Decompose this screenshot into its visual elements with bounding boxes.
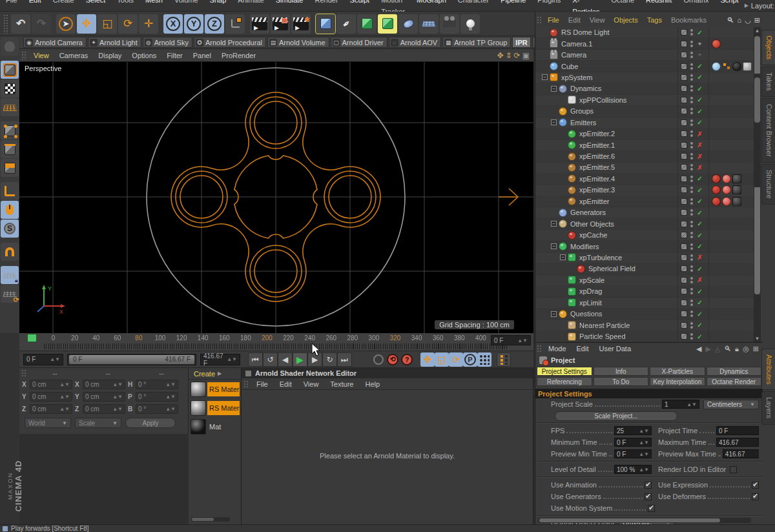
red-tag-icon[interactable] bbox=[712, 197, 721, 206]
material-item[interactable]: Mat bbox=[189, 417, 241, 436]
tree-row[interactable]: − Nearest Particle ✓ bbox=[535, 320, 754, 331]
floor-button[interactable] bbox=[419, 14, 439, 34]
create-menu[interactable]: Create bbox=[194, 370, 215, 378]
layer-chip[interactable] bbox=[681, 176, 687, 182]
om-menu-item[interactable]: Bookmarks bbox=[666, 16, 711, 24]
collapse-icon[interactable]: − bbox=[551, 86, 557, 92]
arnold-palette-button[interactable]: ▦ Arnold TP Group bbox=[442, 37, 511, 48]
tree-row[interactable]: − xpEmitter ✓ bbox=[535, 196, 754, 207]
dark-tag-icon[interactable] bbox=[732, 185, 741, 194]
snap-settings-icon[interactable]: S bbox=[1, 220, 19, 238]
object-label[interactable]: xpScale bbox=[579, 276, 677, 284]
visibility-dots[interactable] bbox=[690, 322, 693, 329]
am-menu-item[interactable]: User Data bbox=[594, 345, 637, 353]
visibility-dots[interactable] bbox=[690, 311, 693, 317]
size-field[interactable]: 0 cm▲▼ bbox=[83, 380, 125, 389]
enable-toggle[interactable]: ✓ bbox=[696, 333, 703, 340]
enable-toggle[interactable]: ✓ bbox=[696, 63, 703, 70]
edges-mode-icon[interactable] bbox=[1, 140, 19, 158]
am-search-icon[interactable]: 🔍︎ bbox=[724, 345, 731, 353]
object-label[interactable]: Emitters bbox=[570, 119, 677, 127]
lock-y-button[interactable]: Y bbox=[184, 14, 203, 34]
attribute-side-tab[interactable]: Attributes bbox=[761, 349, 775, 390]
layer-chip[interactable] bbox=[681, 322, 687, 329]
visibility-dots[interactable] bbox=[690, 221, 693, 227]
om-home-icon[interactable]: ⌂ bbox=[738, 16, 742, 25]
layer-chip[interactable] bbox=[681, 153, 687, 159]
material-name[interactable]: Mat bbox=[207, 420, 223, 434]
use-animation-checkbox[interactable] bbox=[645, 482, 652, 489]
object-label[interactable]: xpEmitter.1 bbox=[579, 141, 677, 149]
enable-toggle[interactable]: ✓ bbox=[696, 299, 703, 306]
timeline-playhead[interactable] bbox=[27, 334, 37, 342]
tree-row[interactable]: − xpEmitter.1 ✗ bbox=[535, 139, 754, 150]
om-eye-icon[interactable]: ◡ bbox=[745, 16, 751, 25]
rotation-field[interactable]: 0 °▲▼ bbox=[136, 392, 178, 402]
tree-row[interactable]: − xpEmitter.6 ✗ bbox=[535, 151, 754, 162]
range-end-spinner[interactable]: 416.67 F▲▼ bbox=[200, 354, 240, 365]
tree-row[interactable]: − xpDrag ✓ bbox=[535, 286, 754, 297]
object-label[interactable]: Generators bbox=[570, 209, 677, 216]
use-deformers-checkbox[interactable] bbox=[752, 493, 759, 500]
maximum-time-input[interactable]: 416.67 bbox=[716, 438, 759, 447]
layer-chip[interactable] bbox=[681, 119, 687, 126]
om-menu-item[interactable]: Objects bbox=[609, 16, 642, 24]
visibility-dots[interactable] bbox=[690, 232, 693, 238]
gray-tag-icon[interactable] bbox=[743, 62, 752, 71]
coordinate-space-dropdown[interactable]: World▼ bbox=[25, 418, 71, 428]
level-of-detail-input[interactable]: 100 %▲▼ bbox=[614, 465, 652, 474]
layer-chip[interactable] bbox=[681, 254, 687, 261]
layer-chip[interactable] bbox=[681, 288, 687, 294]
apply-button[interactable]: Apply bbox=[125, 418, 176, 428]
visibility-dots[interactable] bbox=[690, 187, 693, 193]
material-name[interactable]: RS Material bbox=[207, 401, 240, 415]
om-menu-item[interactable]: File bbox=[543, 16, 564, 24]
editor-menu-item[interactable]: View bbox=[298, 380, 325, 388]
enable-toggle[interactable]: ✓ bbox=[696, 209, 703, 216]
record-parameter-button[interactable]: P bbox=[463, 353, 477, 367]
lock-x-button[interactable]: X bbox=[163, 14, 183, 34]
use-motion-system-checkbox[interactable] bbox=[648, 505, 655, 512]
visibility-dots[interactable] bbox=[690, 119, 693, 126]
tree-row[interactable]: − Spherical Field ✓ bbox=[535, 263, 754, 274]
section-header[interactable]: Project Settings bbox=[535, 389, 763, 398]
material-scrollbar[interactable] bbox=[191, 517, 230, 522]
extrude-button[interactable] bbox=[378, 14, 397, 34]
polygons-mode-icon[interactable] bbox=[1, 159, 19, 177]
arnold-palette-button[interactable]: ✪ Arnold Procedural bbox=[194, 37, 266, 48]
editor-menu-item[interactable]: File bbox=[251, 380, 274, 388]
visibility-dots[interactable] bbox=[690, 164, 693, 170]
enable-toggle[interactable]: ✓ bbox=[696, 265, 703, 272]
tree-row[interactable]: − xpPPCollisions ✓ bbox=[535, 95, 754, 106]
om-menu-item[interactable]: Tags bbox=[643, 16, 666, 24]
enable-toggle[interactable]: ✗ bbox=[696, 254, 703, 261]
layer-chip[interactable] bbox=[681, 85, 687, 92]
enable-toggle[interactable]: ✓ bbox=[696, 96, 703, 103]
editor-menu-item[interactable]: Edit bbox=[274, 380, 298, 388]
panel-side-tab[interactable]: Structure bbox=[761, 164, 775, 205]
record-scale-button[interactable]: ◱ bbox=[435, 353, 449, 367]
object-label[interactable]: xpEmitter bbox=[579, 198, 677, 205]
render-lod-checkbox[interactable] bbox=[730, 466, 737, 473]
enable-toggle[interactable]: ✓ bbox=[696, 198, 703, 205]
layer-chip[interactable] bbox=[681, 41, 687, 47]
convert-tool-icon[interactable] bbox=[1, 37, 19, 56]
attribute-tab[interactable]: Project Settings bbox=[537, 367, 592, 376]
collapse-icon[interactable]: − bbox=[560, 254, 566, 260]
keyframe-presets-button[interactable] bbox=[497, 353, 511, 367]
magnet-snap-icon[interactable] bbox=[1, 243, 19, 261]
record-rotation-button[interactable]: ⟳ bbox=[449, 353, 463, 367]
coordinate-system-icon[interactable] bbox=[225, 14, 245, 34]
model-mode-icon[interactable] bbox=[1, 61, 19, 79]
visibility-dots[interactable] bbox=[690, 300, 693, 306]
attribute-tab[interactable]: Info bbox=[594, 367, 649, 376]
collapse-icon[interactable]: − bbox=[542, 74, 548, 80]
object-label[interactable]: Dynamics bbox=[570, 85, 677, 92]
layer-chip[interactable] bbox=[681, 52, 687, 58]
layer-chip[interactable] bbox=[681, 108, 687, 114]
layer-chip[interactable] bbox=[681, 209, 687, 216]
object-label[interactable]: Groups bbox=[570, 107, 677, 115]
arnold-palette-button[interactable]: ▢ Arnold Driver bbox=[331, 37, 388, 48]
material-item[interactable]: RS Material bbox=[189, 398, 241, 417]
object-label[interactable]: Nearest Particle bbox=[579, 322, 677, 329]
